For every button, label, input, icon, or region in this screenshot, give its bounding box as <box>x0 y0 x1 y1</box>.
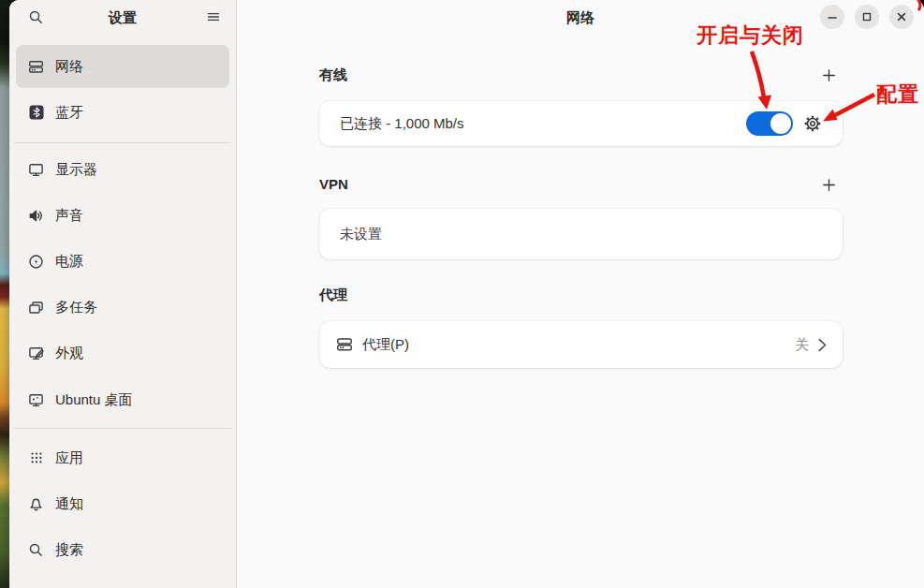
sidebar-item-label: 网络 <box>55 58 83 76</box>
power-icon <box>28 254 44 270</box>
minimize-icon <box>825 9 840 24</box>
sidebar-item-sound[interactable]: 声音 <box>16 194 229 237</box>
sidebar-item-notifications[interactable]: 通知 <box>16 482 229 525</box>
sidebar-item-label: 声音 <box>55 207 83 225</box>
vpn-status-text: 未设置 <box>340 226 382 243</box>
wired-settings-button[interactable] <box>802 113 823 134</box>
toggle-knob <box>770 113 791 134</box>
sidebar-item-label: 通知 <box>55 495 83 513</box>
settings-window: 设置 网络 <box>9 0 924 588</box>
gear-icon <box>802 113 823 134</box>
wired-connection-row[interactable]: 已连接 - 1,000 Mb/s <box>319 101 843 146</box>
vpn-section-header: VPN <box>319 176 843 198</box>
close-icon <box>894 9 909 24</box>
apps-grid-icon <box>28 450 44 466</box>
appearance-icon <box>28 345 44 361</box>
network-icon <box>28 59 44 75</box>
proxy-section-title: 代理 <box>319 287 347 302</box>
sidebar-item-label: 显示器 <box>55 161 97 179</box>
sidebar-item-label: 搜索 <box>55 541 83 559</box>
wired-status-text: 已连接 - 1,000 Mb/s <box>340 115 464 133</box>
chevron-right-icon <box>817 337 828 353</box>
bell-icon <box>28 496 44 512</box>
bluetooth-icon <box>28 105 44 121</box>
vpn-section-title: VPN <box>319 176 348 192</box>
sidebar-item-label: 多任务 <box>55 299 97 316</box>
sidebar-item-label: 应用 <box>55 449 83 467</box>
sidebar-item-label: Ubuntu 桌面 <box>55 391 133 409</box>
vpn-row[interactable]: 未设置 <box>319 209 843 259</box>
maximize-icon <box>859 9 874 24</box>
sidebar-item-ubuntu-desktop[interactable]: Ubuntu 桌面 <box>16 378 229 421</box>
window-controls <box>820 5 914 29</box>
speaker-icon <box>28 208 44 224</box>
multitask-icon <box>28 300 44 316</box>
plus-icon <box>821 177 837 193</box>
add-wired-connection-button[interactable] <box>816 63 841 87</box>
minimize-button[interactable] <box>820 5 844 29</box>
sidebar-item-label: 电源 <box>55 253 83 271</box>
sidebar-separator <box>14 142 231 143</box>
sidebar-menu-button[interactable] <box>202 6 225 28</box>
hamburger-menu-icon <box>206 9 221 24</box>
sidebar: 设置 网络 <box>9 0 237 588</box>
sidebar-item-display[interactable]: 显示器 <box>16 148 229 191</box>
sidebar-item-label: 蓝牙 <box>55 104 83 122</box>
proxy-row[interactable]: 代理(P) 关 <box>319 321 843 368</box>
wired-section-header: 有线 <box>319 66 843 89</box>
proxy-label: 代理(P) <box>362 336 409 354</box>
sidebar-item-power[interactable]: 电源 <box>16 240 229 283</box>
sidebar-separator <box>14 428 231 429</box>
search-icon <box>28 542 44 558</box>
ubuntu-desktop-icon <box>28 392 44 408</box>
sidebar-item-bluetooth[interactable]: 蓝牙 <box>16 91 229 134</box>
sidebar-item-multitasking[interactable]: 多任务 <box>16 286 229 329</box>
main-panel: 网络 <box>237 0 924 588</box>
close-button[interactable] <box>889 5 914 29</box>
wired-toggle-switch[interactable] <box>746 111 793 136</box>
sidebar-item-appearance[interactable]: 外观 <box>16 331 229 375</box>
proxy-status: 关 <box>795 336 809 354</box>
display-icon <box>28 162 44 178</box>
proxy-icon <box>336 336 353 353</box>
sidebar-item-network[interactable]: 网络 <box>16 45 229 88</box>
sidebar-item-search[interactable]: 搜索 <box>16 528 229 571</box>
plus-icon <box>821 67 837 83</box>
sidebar-item-label: 外观 <box>55 345 83 362</box>
maximize-button[interactable] <box>855 5 879 29</box>
sidebar-item-apps[interactable]: 应用 <box>16 436 229 479</box>
wired-section-title: 有线 <box>319 66 347 82</box>
proxy-section-header: 代理 <box>319 287 843 309</box>
screenshot-stage: 设置 网络 <box>0 0 924 588</box>
add-vpn-button[interactable] <box>816 172 841 197</box>
